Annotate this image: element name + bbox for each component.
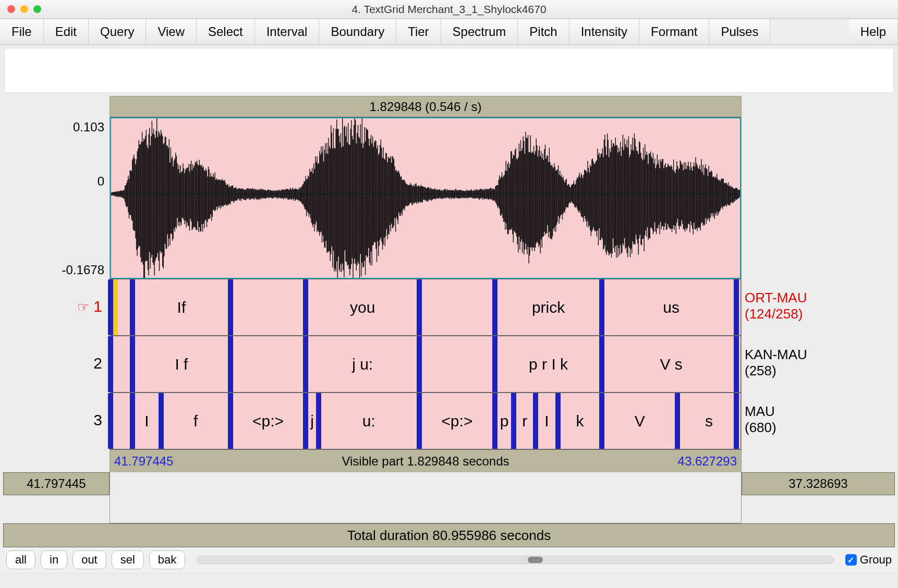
interval-boundary[interactable] [228, 336, 233, 392]
interval-boundary[interactable] [599, 279, 604, 335]
interval-boundary[interactable] [492, 336, 497, 392]
menu-view[interactable]: View [146, 19, 197, 44]
interval-segment[interactable]: I [536, 393, 557, 449]
waveform-view[interactable] [110, 117, 741, 279]
scrollbar-thumb[interactable] [528, 557, 542, 563]
interval-segment[interactable] [230, 279, 306, 335]
menu-pulses[interactable]: Pulses [709, 19, 770, 44]
zoom-in-button[interactable]: in [41, 550, 67, 569]
after-window-time[interactable]: 37.328693 [742, 472, 895, 495]
interval-segment[interactable] [111, 336, 132, 392]
menu-file[interactable]: File [0, 19, 44, 44]
selection-info-strip[interactable]: 1.829848 (0.546 / s) [110, 96, 741, 117]
interval-boundary[interactable] [533, 393, 538, 449]
interval-segment[interactable]: I f [132, 336, 230, 392]
interval-boundary[interactable] [108, 336, 113, 392]
interval-boundary[interactable] [108, 393, 113, 449]
selection-info-text: 1.829848 (0.546 / s) [370, 100, 482, 114]
tier-row[interactable]: I fj u:p r I kV s [110, 336, 741, 393]
interval-segment[interactable]: us [602, 279, 741, 335]
visible-end: 43.627293 [678, 454, 737, 469]
interval-segment[interactable]: s [677, 393, 741, 449]
interval-boundary[interactable] [303, 279, 308, 335]
interval-segment[interactable]: V s [602, 336, 741, 392]
interval-boundary[interactable] [734, 279, 739, 335]
after-window-time-label: 37.328693 [788, 476, 847, 491]
tier-number: ☞ 1 [77, 298, 102, 315]
interval-segment[interactable]: <p:> [230, 393, 306, 449]
interval-segment[interactable]: f [161, 393, 230, 449]
zoom-bak-button[interactable]: bak [149, 550, 185, 569]
menubar: FileEditQueryViewSelectIntervalBoundaryT… [0, 19, 898, 45]
interval-boundary[interactable] [734, 336, 739, 392]
blank-toolbar [4, 48, 894, 93]
waveform-yzero: 0 [98, 174, 104, 189]
menu-intensity[interactable]: Intensity [569, 19, 639, 44]
interval-segment[interactable] [111, 393, 132, 449]
menu-interval[interactable]: Interval [255, 19, 320, 44]
menu-query[interactable]: Query [89, 19, 146, 44]
interval-boundary[interactable] [417, 336, 422, 392]
interval-boundary[interactable] [159, 393, 164, 449]
visible-text: Visible part 1.829848 seconds [342, 454, 509, 469]
titlebar: 4. TextGrid Merchant_3_1_Shylock4670 [0, 0, 898, 19]
interval-segment[interactable]: prick [495, 279, 602, 335]
zoom-all-button[interactable]: all [6, 550, 35, 569]
menu-pitch[interactable]: Pitch [518, 19, 569, 44]
before-window-time[interactable]: 41.797445 [3, 472, 110, 495]
interval-boundary[interactable] [130, 336, 135, 392]
interval-segment[interactable] [111, 279, 132, 335]
menu-spectrum[interactable]: Spectrum [441, 19, 518, 44]
interval-boundary[interactable] [599, 393, 604, 449]
before-window-time-label: 41.797445 [27, 476, 86, 491]
interval-segment[interactable]: V [602, 393, 677, 449]
interval-boundary[interactable] [599, 336, 604, 392]
interval-boundary[interactable] [417, 393, 422, 449]
hand-pointer-icon: ☞ [77, 299, 89, 315]
interval-segment[interactable] [230, 336, 306, 392]
interval-boundary[interactable] [303, 393, 308, 449]
menu-help[interactable]: Help [849, 19, 898, 44]
visible-part-strip[interactable]: 41.797445 Visible part 1.829848 seconds … [110, 449, 741, 472]
tier-row[interactable]: Ifyouprickus [110, 279, 741, 336]
interval-segment[interactable]: p r I k [495, 336, 602, 392]
interval-segment[interactable]: If [132, 279, 230, 335]
interval-segment[interactable]: r [514, 393, 536, 449]
interval-segment[interactable]: k [558, 393, 602, 449]
interval-boundary[interactable] [108, 279, 113, 335]
time-scrollbar[interactable] [197, 556, 834, 564]
tier-row[interactable]: If<p:>ju:<p:>prIkVs [110, 393, 741, 449]
waveform-svg [111, 118, 740, 279]
tier-number: 2 [93, 354, 102, 372]
interval-boundary[interactable] [555, 393, 561, 449]
interval-boundary[interactable] [316, 393, 321, 449]
menu-select[interactable]: Select [197, 19, 255, 44]
menu-formant[interactable]: Formant [639, 19, 709, 44]
interval-boundary[interactable] [511, 393, 516, 449]
total-duration-strip[interactable]: Total duration 80.955986 seconds [3, 523, 895, 547]
interval-boundary[interactable] [417, 279, 422, 335]
zoom-sel-button[interactable]: sel [112, 550, 144, 569]
interval-segment[interactable] [419, 336, 495, 392]
menu-boundary[interactable]: Boundary [319, 19, 396, 44]
menu-tier[interactable]: Tier [396, 19, 441, 44]
group-checkbox[interactable]: ✓ Group [845, 553, 892, 567]
interval-segment[interactable] [419, 279, 495, 335]
interval-segment[interactable]: I [132, 393, 161, 449]
interval-segment[interactable]: <p:> [419, 393, 495, 449]
zoom-out-button[interactable]: out [72, 550, 106, 569]
interval-boundary[interactable] [675, 393, 680, 449]
interval-boundary[interactable] [492, 393, 497, 449]
interval-boundary[interactable] [303, 336, 308, 392]
interval-segment[interactable]: u: [319, 393, 419, 449]
group-label: Group [860, 553, 892, 567]
interval-boundary[interactable] [492, 279, 497, 335]
interval-boundary[interactable] [734, 393, 739, 449]
menu-edit[interactable]: Edit [44, 19, 89, 44]
interval-boundary[interactable] [130, 279, 135, 335]
interval-segment[interactable]: you [306, 279, 419, 335]
interval-segment[interactable]: j u: [306, 336, 419, 392]
interval-boundary[interactable] [228, 279, 233, 335]
interval-boundary[interactable] [228, 393, 233, 449]
interval-boundary[interactable] [130, 393, 135, 449]
